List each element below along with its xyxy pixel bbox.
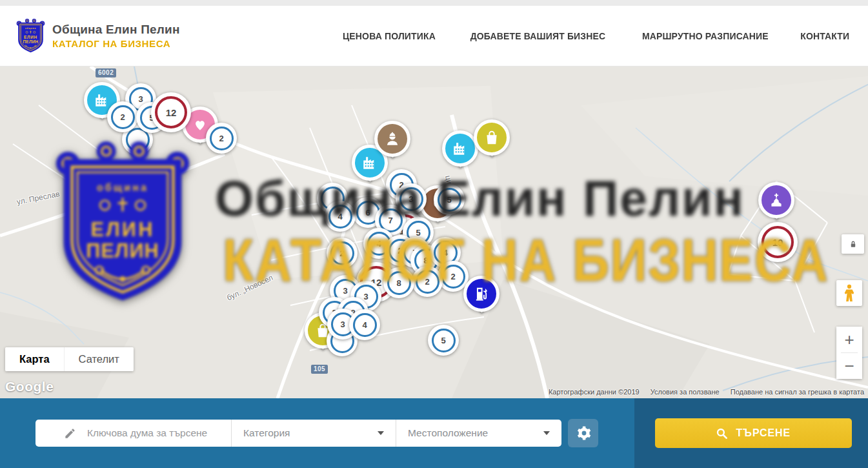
map-pin-shopping-bag[interactable] [474,119,510,156]
map-cluster-marker[interactable]: 2 [206,123,237,154]
map-cluster-marker[interactable]: 8 [383,267,414,298]
pin-circle [442,130,478,167]
cluster-count: 2 [339,249,344,258]
pin-circle [463,276,500,312]
site-subtitle: КАТАЛОГ НА БИЗНЕСА [52,38,176,50]
zoom-in-button[interactable]: + [836,327,862,352]
cluster-count: 3 [363,292,368,301]
cluster-count: 8 [423,256,428,265]
cluster-count: 4 [338,212,342,221]
cluster-count: 12 [166,107,177,118]
pegman-button[interactable] [836,280,862,306]
map-attribution: Картографски данни ©2019 Условия за полз… [540,388,864,396]
map-cluster-marker[interactable]: 2 [327,238,358,269]
cluster-ring: 5 [432,329,456,352]
church-icon [768,192,785,209]
map-type-satellite-button[interactable]: Сателит [64,347,134,371]
search-button[interactable]: ТЪРСЕНЕ [655,418,852,448]
cluster-ring: 12 [155,96,187,128]
cluster-count: 3 [409,194,413,204]
cluster-count: 5 [441,336,445,345]
zoom-out-button[interactable]: − [836,353,862,379]
heart-icon [192,116,208,133]
cluster-count: 3 [138,94,143,104]
search-bar-left: Категория Местоположение [0,398,634,468]
lock-icon [849,239,858,249]
map-cluster-marker[interactable]: 5 [434,184,465,215]
cluster-count: 5 [447,195,451,205]
cluster-count: 2 [219,134,223,143]
cluster-count: 3 [340,320,345,329]
site-header: Община Елин Пелин КАТАЛОГ НА БИЗНЕСА ЦЕН… [0,6,868,66]
pencil-icon [64,427,76,440]
category-select-value: Категория [243,427,290,439]
nav-item-2[interactable]: ДОБАВЕТЕ ВАШИЯТ БИЗНЕС [470,30,606,42]
map-pin-church[interactable] [758,182,794,218]
advanced-search-button[interactable] [568,419,598,447]
terms-link[interactable]: Условия за ползване [651,388,720,396]
cluster-count: 10 [772,237,783,248]
worker-icon [384,130,401,147]
google-map[interactable]: ул. Преславбул. „Новоселции 6002105 3251… [0,66,868,398]
search-bar: Категория Местоположение [0,398,868,468]
report-error-link[interactable]: Подаване на сигнал за грешка в картата [731,388,864,396]
top-strip [0,0,868,6]
cluster-count: 8 [396,278,401,288]
category-select[interactable]: Категория [231,420,396,447]
zoom-control: + − [836,327,862,379]
pin-circle [758,182,794,218]
cluster-ring: 5 [438,188,461,212]
map-cluster-marker[interactable]: 10 [758,222,798,262]
map-pin-factory[interactable] [442,130,478,167]
cluster-count: 4 [362,320,367,330]
cluster-count: 2 [425,277,429,287]
pin-circle [474,119,510,156]
cluster-count: 6 [365,208,370,218]
main-nav: ЦЕНОВА ПОЛИТИКАДОБАВЕТЕ ВАШИЯТ БИЗНЕСМАР… [338,30,852,42]
search-button-label: ТЪРСЕНЕ [736,427,790,440]
cluster-ring: 10 [762,226,794,258]
map-pin-fuel[interactable] [463,276,500,312]
cluster-ring: 2 [210,127,234,150]
search-icon [716,427,728,440]
factory-icon [452,140,469,157]
gear-icon [576,425,591,441]
map-cluster-marker[interactable]: 12 [151,92,191,132]
map-cluster-marker[interactable]: 2 [412,266,443,297]
cluster-count: 4 [376,239,381,249]
keyword-field-wrap [35,420,231,447]
nav-item-4[interactable]: КОНТАКТИ [800,30,849,42]
location-select-value: Местоположение [408,427,488,439]
map-cluster-marker[interactable]: 2 [107,101,138,132]
map-type-map-button[interactable]: Карта [5,347,64,371]
map-cluster-marker[interactable]: 4 [349,309,380,340]
search-bar-right: ТЪРСЕНЕ [634,398,868,468]
cluster-count: 2 [120,112,125,122]
pin-circle [374,121,410,157]
streetview-lock-button[interactable] [842,234,864,254]
cluster-ring: 4 [328,205,352,229]
fuel-icon [473,285,490,302]
site-logo[interactable]: Община Елин Пелин КАТАЛОГ НА БИЗНЕСА [16,17,180,55]
cluster-ring: 2 [111,105,135,129]
map-cluster-marker[interactable]: 5 [428,325,459,356]
map-pin-worker[interactable] [374,121,410,157]
cluster-ring: 4 [353,313,377,337]
nav-item-3[interactable]: МАРШРУТНО РАЗПИСАНИЕ [642,30,769,42]
nav-item-1[interactable]: ЦЕНОВА ПОЛИТИКА [343,30,436,42]
cluster-count: 5 [416,228,420,238]
keyword-search-input[interactable] [86,427,231,440]
google-logo[interactable]: Google [5,379,54,394]
business-catalog-page: Община Елин Пелин КАТАЛОГ НА БИЗНЕСА ЦЕН… [0,0,868,468]
cluster-ring: 2 [330,241,354,265]
cluster-count: 4 [443,248,447,258]
cluster-ring: 8 [387,271,411,295]
shopping-bag-icon [483,129,500,146]
factory-icon [94,92,110,108]
cluster-count: 2 [450,272,455,281]
location-select[interactable]: Местоположение [396,420,561,447]
map-cluster-marker[interactable]: 4 [325,201,356,232]
cluster-ring: 3 [399,187,423,211]
map-copyright: Картографски данни ©2019 [549,388,640,396]
chevron-down-icon [543,431,550,435]
